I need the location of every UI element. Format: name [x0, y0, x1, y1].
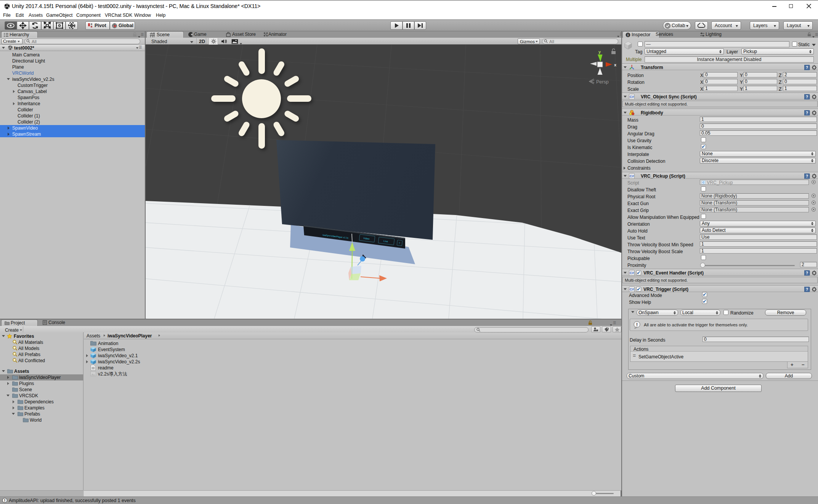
- svg-text:x: x: [614, 63, 617, 67]
- svg-text:!: !: [636, 322, 638, 327]
- svg-text:?: ?: [806, 287, 808, 292]
- svg-text:i: i: [627, 33, 629, 37]
- svg-text:?: ?: [806, 66, 808, 70]
- svg-text:?: ?: [806, 271, 808, 275]
- svg-text:C: C: [703, 181, 705, 184]
- svg-text:?: ?: [806, 95, 808, 99]
- svg-text:C#: C#: [630, 95, 634, 99]
- svg-text:C#: C#: [630, 287, 634, 291]
- svg-text:C#: C#: [630, 174, 634, 178]
- svg-text:?: ?: [806, 174, 808, 178]
- svg-text:C#: C#: [630, 271, 634, 275]
- svg-text:Persp: Persp: [596, 79, 609, 85]
- svg-text:?: ?: [806, 111, 808, 115]
- svg-text:Live: Live: [383, 239, 388, 242]
- svg-text:y: y: [598, 50, 601, 54]
